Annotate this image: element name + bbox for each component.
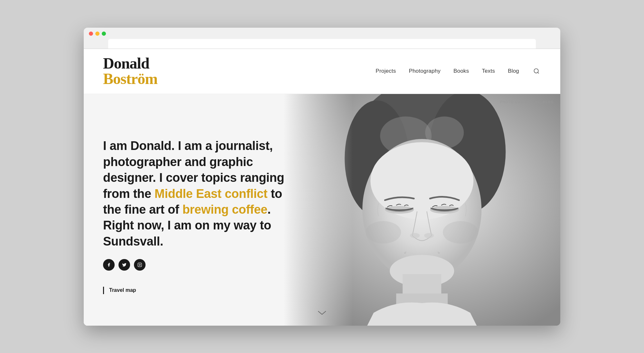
browser-window: Donald Boström Projects Photography Book… bbox=[84, 28, 560, 326]
dot-red[interactable] bbox=[89, 32, 93, 36]
search-button[interactable] bbox=[532, 67, 541, 76]
hero-content: I am Donald. I am a journalist, photogra… bbox=[84, 94, 316, 326]
hero-highlight2[interactable]: brewing coffee bbox=[182, 203, 267, 216]
nav-books[interactable]: Books bbox=[453, 68, 469, 74]
address-bar[interactable] bbox=[108, 39, 536, 49]
svg-rect-19 bbox=[284, 94, 560, 326]
site-nav: Projects Photography Books Texts Blog bbox=[376, 67, 541, 76]
chevron-down-icon bbox=[317, 310, 327, 316]
social-icons bbox=[103, 259, 296, 271]
instagram-icon[interactable] bbox=[134, 259, 146, 271]
nav-projects[interactable]: Projects bbox=[376, 68, 396, 74]
nav-blog[interactable]: Blog bbox=[508, 68, 519, 74]
travel-map-link[interactable]: Travel map bbox=[103, 287, 296, 294]
hero-section: PHOTO EWA STACKELBERG I am Donald. I am … bbox=[84, 94, 560, 326]
twitter-icon[interactable] bbox=[118, 259, 130, 271]
svg-point-0 bbox=[534, 69, 538, 73]
photo-credit: PHOTO EWA STACKELBERG bbox=[500, 100, 554, 104]
hero-highlight1[interactable]: Middle East conflict bbox=[155, 187, 268, 200]
svg-line-1 bbox=[538, 72, 539, 74]
facebook-icon[interactable] bbox=[103, 259, 115, 271]
dot-green[interactable] bbox=[102, 32, 106, 36]
browser-chrome bbox=[84, 28, 560, 49]
site-wrapper: Donald Boström Projects Photography Book… bbox=[84, 49, 560, 326]
hero-text: I am Donald. I am a journalist, photogra… bbox=[103, 138, 296, 249]
scroll-indicator[interactable] bbox=[317, 310, 327, 316]
dot-yellow[interactable] bbox=[95, 32, 99, 36]
search-icon bbox=[533, 68, 540, 74]
logo-line2: Boström bbox=[103, 71, 157, 87]
browser-dots bbox=[89, 32, 555, 36]
logo[interactable]: Donald Boström bbox=[103, 56, 157, 87]
site-header: Donald Boström Projects Photography Book… bbox=[84, 49, 560, 94]
svg-rect-20 bbox=[138, 263, 142, 267]
hero-portrait-area bbox=[284, 94, 560, 326]
logo-line1: Donald bbox=[103, 56, 157, 71]
nav-photography[interactable]: Photography bbox=[409, 68, 441, 74]
nav-texts[interactable]: Texts bbox=[482, 68, 495, 74]
portrait-svg bbox=[284, 94, 560, 326]
